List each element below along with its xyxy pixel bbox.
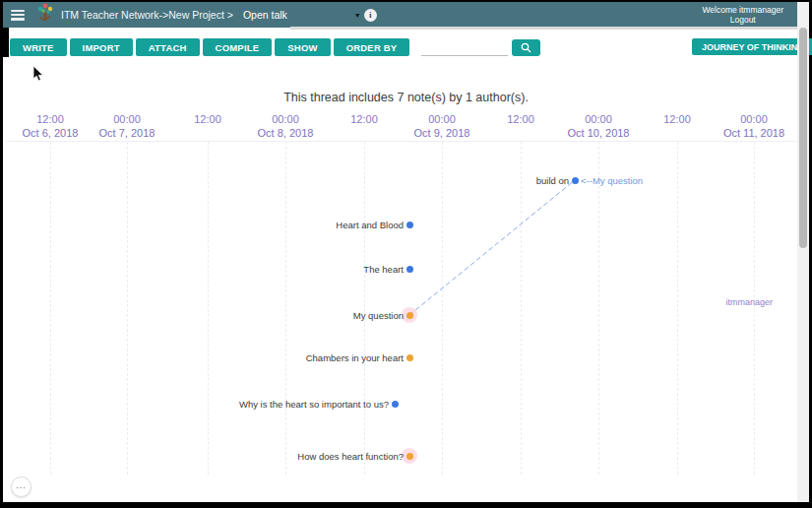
toolbar-button[interactable]: IMPORT: [70, 38, 133, 56]
view-dropdown-caret-icon[interactable]: ▼: [354, 12, 361, 19]
search-input[interactable]: [421, 40, 508, 56]
app-logo-tree-icon: [34, 3, 56, 27]
toolbar-button[interactable]: ORDER BY: [334, 38, 410, 56]
tick-time-label: 00:00: [710, 113, 798, 125]
note-link-reference[interactable]: <--My question: [581, 175, 643, 186]
breadcrumb-network[interactable]: ITM Teacher Network->New Project >: [61, 9, 233, 21]
note-title-label[interactable]: The heart: [363, 264, 404, 275]
gridline: [285, 142, 286, 475]
frame-notch: [0, 28, 9, 57]
tick-time-label: 12:00: [6, 113, 94, 125]
gridline: [50, 142, 51, 475]
note-title-label[interactable]: My question: [353, 310, 404, 321]
logout-link[interactable]: Logout: [702, 15, 783, 25]
tick-date-label: Oct 9, 2018: [398, 127, 486, 139]
gridline: [442, 142, 443, 475]
toolbar: WRITE IMPORT ATTACH COMPILE SHOW ORDER B…: [10, 37, 797, 57]
tick-date-label: Oct 8, 2018: [241, 127, 330, 139]
tick-time-label: 00:00: [554, 113, 643, 125]
tick-date-label: Oct 10, 2018: [554, 127, 643, 139]
tick-time-label: 12:00: [633, 113, 721, 125]
tick-time-label: 00:00: [83, 113, 171, 125]
timeline-tick: 00:00 Oct 8, 2018: [241, 113, 330, 139]
timeline-tick: 00:00 Oct 9, 2018: [398, 113, 486, 139]
scrollbar-thumb[interactable]: [799, 28, 807, 248]
note-dot-icon[interactable]: [392, 401, 399, 408]
toolbar-button[interactable]: SHOW: [275, 38, 330, 56]
toolbar-buttons: WRITE IMPORT ATTACH COMPILE SHOW ORDER B…: [10, 38, 409, 56]
hamburger-menu-icon[interactable]: [11, 10, 25, 21]
note-dot-icon[interactable]: [572, 177, 579, 184]
gridline: [754, 142, 755, 475]
timeline-tick: 12:00: [163, 113, 252, 127]
tick-time-label: 12:00: [476, 113, 565, 125]
timeline-tick: 12:00 Oct 6, 2018: [6, 113, 94, 139]
tick-time-label: 12:00: [320, 113, 408, 125]
breadcrumb-current-view[interactable]: Open talk: [243, 9, 287, 21]
note-title-label[interactable]: How does heart function?: [297, 451, 404, 462]
gridline: [364, 142, 365, 475]
note-title-label[interactable]: build on: [536, 175, 569, 186]
timeline-tick: 12:00: [633, 113, 721, 127]
more-button[interactable]: ...: [11, 476, 31, 497]
gridline: [521, 142, 522, 475]
tick-date-label: Oct 11, 2018: [710, 127, 798, 139]
note-dot-icon[interactable]: [406, 354, 413, 361]
top-bar: ITM Teacher Network->New Project > Open …: [3, 2, 797, 28]
tick-date-label: Oct 7, 2018: [83, 127, 171, 139]
app-window: This thread includes 7 note(s) by 1 auth…: [0, 0, 812, 508]
info-icon[interactable]: i: [364, 9, 377, 22]
search-icon: [521, 42, 531, 53]
tick-time-label: 00:00: [398, 113, 486, 125]
gridline: [127, 142, 128, 475]
journey-of-thinking-button[interactable]: JOURNEY OF THINKING: [692, 38, 812, 55]
user-area: Welcome itmmanager Logout: [702, 5, 783, 25]
timeline-tick: 00:00 Oct 11, 2018: [710, 113, 798, 139]
toolbar-button[interactable]: COMPILE: [203, 38, 273, 56]
note-title-label[interactable]: Why is the heart so important to us?: [239, 399, 389, 410]
viewport: This thread includes 7 note(s) by 1 auth…: [3, 2, 809, 502]
breadcrumb: ITM Teacher Network->New Project > Open …: [61, 9, 287, 21]
gridline: [208, 142, 209, 475]
toolbar-button[interactable]: ATTACH: [136, 38, 200, 56]
horizontal-scroll-strip[interactable]: [290, 27, 797, 30]
timeline-tick: 00:00 Oct 10, 2018: [554, 113, 643, 139]
search-button[interactable]: [512, 39, 540, 56]
author-label: itmmanager: [725, 297, 773, 307]
welcome-user-label: Welcome itmmanager: [702, 5, 783, 15]
tick-time-label: 00:00: [241, 113, 330, 125]
tick-time-label: 12:00: [163, 113, 252, 125]
gridline: [677, 142, 678, 475]
timeline-tick: 12:00: [476, 113, 565, 127]
timeline-tick: 00:00 Oct 7, 2018: [83, 113, 171, 139]
note-dot-icon[interactable]: [406, 453, 413, 460]
toolbar-button[interactable]: WRITE: [10, 38, 67, 56]
axis-line: [6, 141, 800, 142]
tick-date-label: Oct 6, 2018: [6, 127, 94, 139]
timeline-tick: 12:00: [320, 113, 408, 127]
note-title-label[interactable]: Chambers in your heart: [306, 352, 404, 363]
search-area: [421, 39, 540, 56]
thread-summary: This thread includes 7 note(s) by 1 auth…: [3, 91, 809, 104]
note-title-label[interactable]: Heart and Blood: [336, 220, 404, 230]
note-dot-icon[interactable]: [406, 222, 413, 228]
gridline: [598, 142, 599, 475]
link-line: [3, 2, 809, 502]
vertical-scrollbar[interactable]: [797, 2, 809, 502]
note-dot-icon[interactable]: [406, 312, 413, 319]
note-dot-icon[interactable]: [406, 266, 413, 273]
